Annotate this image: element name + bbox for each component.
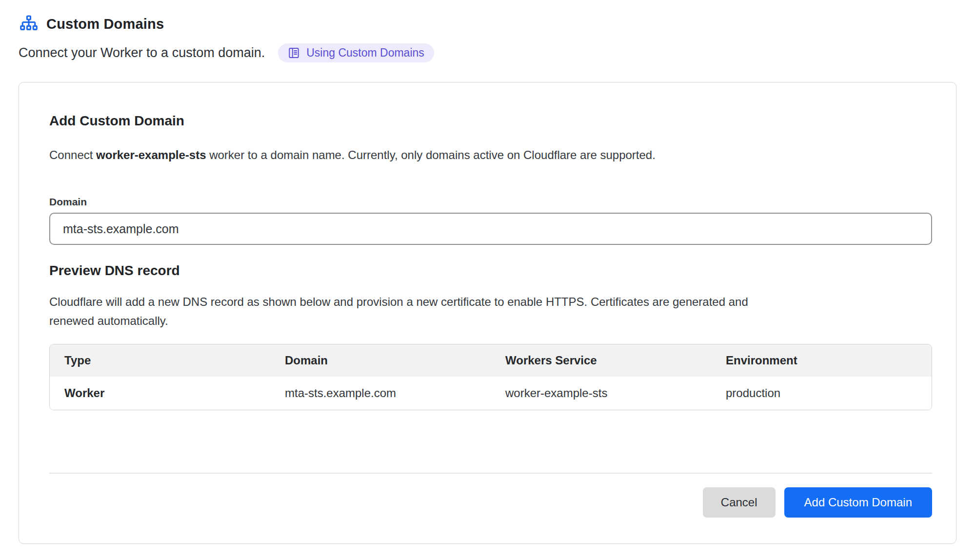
domain-input[interactable] [49, 213, 932, 245]
using-custom-domains-docs-link[interactable]: Using Custom Domains [278, 43, 434, 62]
cell-workers-service: worker-example-sts [491, 377, 711, 410]
footer-divider [49, 473, 932, 474]
preview-dns-description: Cloudflare will add a new DNS record as … [49, 292, 766, 330]
table-row: Worker mta-sts.example.com worker-exampl… [50, 377, 932, 410]
intro-prefix: Connect [49, 148, 96, 161]
book-icon [288, 47, 300, 59]
add-custom-domain-heading: Add Custom Domain [49, 113, 926, 129]
docs-badge-label: Using Custom Domains [306, 46, 424, 60]
column-header-workers-service: Workers Service [491, 344, 711, 377]
intro-suffix: worker to a domain name. Currently, only… [206, 148, 656, 161]
cell-type: Worker [50, 377, 270, 410]
preview-dns-record-heading: Preview DNS record [49, 262, 926, 279]
actions-row: Cancel Add Custom Domain [49, 487, 932, 518]
cancel-button[interactable]: Cancel [703, 487, 776, 518]
add-custom-domain-card: Add Custom Domain Connect worker-example… [19, 82, 956, 544]
sitemap-icon [20, 15, 38, 33]
table-header-row: Type Domain Workers Service Environment [50, 344, 932, 377]
add-custom-domain-button[interactable]: Add Custom Domain [784, 487, 932, 518]
column-header-domain: Domain [270, 344, 491, 377]
worker-name: worker-example-sts [96, 148, 206, 161]
custom-domains-page: Custom Domains Connect your Worker to a … [0, 0, 975, 544]
page-title: Custom Domains [46, 16, 164, 32]
intro-text: Connect worker-example-sts worker to a d… [49, 147, 926, 163]
column-header-environment: Environment [711, 344, 932, 377]
page-header: Custom Domains [19, 15, 956, 33]
page-subtitle: Connect your Worker to a custom domain. [19, 45, 265, 60]
cell-domain: mta-sts.example.com [270, 377, 491, 410]
domain-field-label: Domain [49, 196, 926, 208]
dns-preview-table: Type Domain Workers Service Environment … [49, 344, 932, 410]
column-header-type: Type [50, 344, 270, 377]
page-subtitle-row: Connect your Worker to a custom domain. … [19, 43, 956, 62]
cell-environment: production [711, 377, 932, 410]
